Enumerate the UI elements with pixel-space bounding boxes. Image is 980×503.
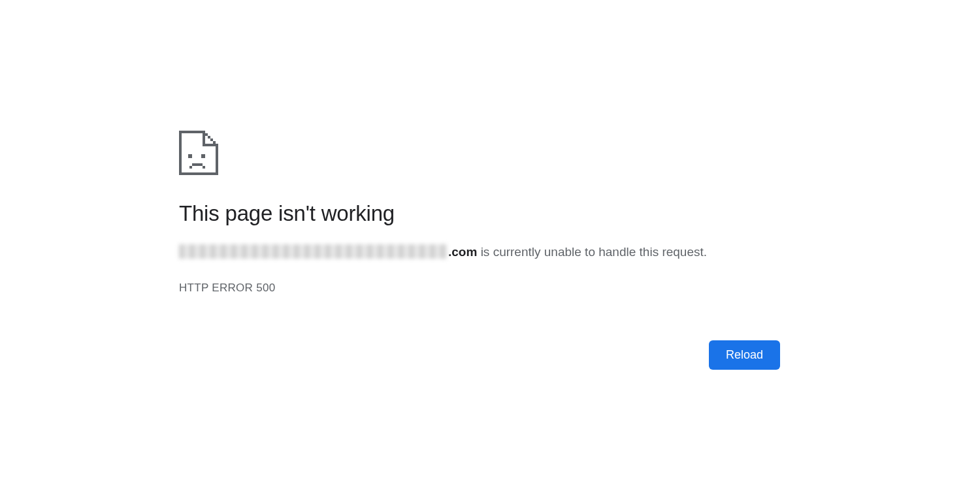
svg-rect-11 — [203, 144, 218, 146]
error-code: HTTP ERROR 500 — [179, 282, 780, 295]
error-message: .com is currently unable to handle this … — [179, 243, 780, 262]
svg-rect-3 — [179, 131, 205, 133]
svg-rect-15 — [189, 166, 192, 169]
error-message-tail: is currently unable to handle this reque… — [477, 245, 707, 259]
error-icon-wrap — [179, 131, 780, 175]
error-page: This page isn't working .com is currentl… — [179, 131, 780, 370]
sad-page-icon — [179, 131, 218, 175]
reload-button[interactable]: Reload — [709, 340, 780, 370]
svg-rect-13 — [201, 154, 205, 158]
svg-rect-5 — [205, 133, 208, 136]
svg-rect-2 — [216, 144, 218, 175]
svg-rect-8 — [213, 141, 216, 144]
svg-rect-14 — [192, 163, 203, 166]
svg-rect-12 — [188, 154, 192, 158]
svg-rect-1 — [179, 172, 218, 175]
svg-rect-7 — [210, 138, 213, 141]
svg-rect-16 — [203, 166, 205, 169]
domain-suffix: .com — [448, 245, 477, 259]
svg-rect-0 — [179, 131, 182, 175]
redacted-domain — [179, 244, 447, 259]
svg-rect-6 — [208, 136, 210, 138]
error-title: This page isn't working — [179, 201, 780, 226]
button-row: Reload — [179, 340, 780, 370]
